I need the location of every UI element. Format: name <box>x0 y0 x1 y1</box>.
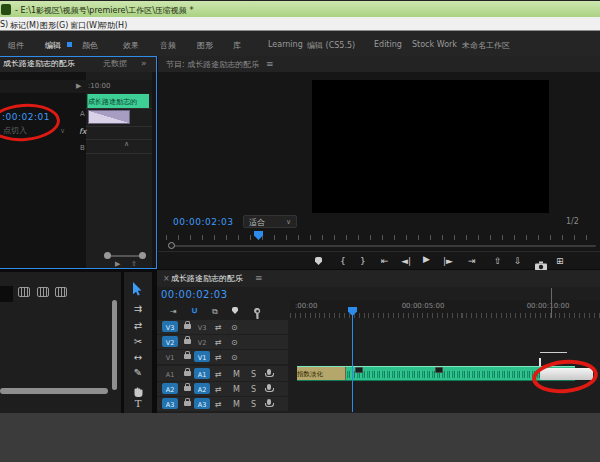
goto-in-icon[interactable]: ⇤ <box>381 256 389 266</box>
track-target-a2[interactable]: A2 <box>194 383 210 394</box>
source-patch-v3[interactable]: V3 <box>162 321 178 332</box>
source-patch-icon[interactable]: ⇥ <box>170 307 177 316</box>
mute-button[interactable]: M <box>233 370 240 379</box>
zoom-level-select[interactable]: 适合 ∨ <box>243 215 297 228</box>
program-video-frame[interactable] <box>312 80 549 213</box>
workspace-assembly[interactable]: 组件 <box>8 40 24 51</box>
timeline-timecode[interactable]: 00:00:02:03 <box>161 290 228 300</box>
expand-caret-icon[interactable]: ∧ <box>124 141 129 148</box>
lift-icon[interactable]: ⇧ <box>494 256 502 266</box>
sync-lock-icon[interactable]: ⇄ <box>215 370 222 379</box>
workspace-editing-cs55[interactable]: 编辑 (CS5.5) <box>307 40 355 51</box>
track-target-v3[interactable]: V3 <box>194 321 210 332</box>
source-timecode[interactable]: :00:02:01 <box>2 113 50 122</box>
audio-clip[interactable]: 指数淡化 <box>297 366 575 381</box>
lock-icon[interactable] <box>184 354 191 359</box>
lock-icon[interactable] <box>184 324 191 329</box>
sequence-tab-label[interactable]: 成长路途励志的配乐 <box>171 275 243 283</box>
program-timecode[interactable]: 00:00:02:03 <box>173 218 233 227</box>
mini-zoom-handle-right[interactable] <box>139 252 146 259</box>
voiceover-record-mic-icon[interactable] <box>267 399 271 405</box>
workspace-libraries[interactable]: 库 <box>233 40 241 51</box>
source-patch-v1[interactable]: V1 <box>162 351 178 362</box>
track-target-v2[interactable]: V2 <box>194 336 210 347</box>
timeline-playhead-line[interactable] <box>352 315 353 412</box>
program-tab-label[interactable]: 节目: 成长路途励志的配乐 <box>166 61 259 69</box>
mini-timeline-clip[interactable]: 成长路途励志的 <box>87 94 149 108</box>
mark-out-icon[interactable]: } <box>360 256 366 266</box>
project-horizontal-scrollbar[interactable] <box>0 388 108 394</box>
bin-icon-1[interactable] <box>18 287 30 297</box>
menu-help[interactable]: 帮助(H) <box>99 20 127 31</box>
close-tab-icon[interactable]: × <box>163 275 170 283</box>
track-target-a3[interactable]: A3 <box>194 398 210 409</box>
toggle-track-output-eye-icon[interactable]: ⊙ <box>231 338 238 347</box>
bin-icon-3[interactable] <box>55 287 67 297</box>
slip-tool-icon[interactable]: ↔ <box>131 352 145 363</box>
extract-icon[interactable]: ⇩ <box>514 256 522 266</box>
program-scrollbar[interactable] <box>172 245 596 247</box>
step-back-icon[interactable]: ◄| <box>401 257 411 266</box>
workspace-learning[interactable]: Learning <box>268 40 303 49</box>
sync-lock-icon[interactable]: ⇄ <box>215 385 222 394</box>
toggle-track-output-eye-icon[interactable]: ⊙ <box>231 353 238 362</box>
source-patch-a2[interactable]: A2 <box>162 383 178 394</box>
menu-window[interactable]: 窗口(W) <box>70 20 100 31</box>
solo-button[interactable]: S <box>251 370 256 379</box>
type-tool-icon[interactable]: T <box>131 399 145 409</box>
source-patch-a3[interactable]: A3 <box>162 398 178 409</box>
track-content-a3[interactable] <box>290 397 600 411</box>
mute-button[interactable]: M <box>233 400 240 409</box>
linked-selection-icon[interactable]: ⧉ <box>212 307 218 317</box>
track-content-v3[interactable] <box>290 320 600 334</box>
pen-tool-icon[interactable]: ✎ <box>131 367 145 378</box>
workspace-editing-en[interactable]: Editing <box>374 40 402 49</box>
sync-lock-icon[interactable]: ⇄ <box>215 323 222 332</box>
track-target-a1[interactable]: A1 <box>194 368 210 379</box>
track-select-tool-icon[interactable]: ⇉ <box>131 303 145 314</box>
mini-zoom-bar[interactable] <box>108 255 142 257</box>
workspace-stock-work[interactable]: Stock Work <box>412 40 457 49</box>
track-target-v1[interactable]: V1 <box>194 351 210 362</box>
voiceover-record-mic-icon[interactable] <box>267 384 271 390</box>
program-scrollbar-knob[interactable] <box>168 242 175 249</box>
workspace-graphics[interactable]: 图形 <box>197 40 213 51</box>
play-button-icon[interactable]: ▶ <box>423 255 430 264</box>
mini-play-icon[interactable]: ▶ <box>115 261 120 268</box>
more-panels-icon[interactable]: » <box>141 59 147 68</box>
voiceover-record-mic-icon[interactable] <box>267 369 271 375</box>
workspace-effects[interactable]: 效果 <box>123 40 139 51</box>
panel-menu-icon[interactable]: ≡ <box>255 274 263 283</box>
field-chevron-icon[interactable]: ∨ <box>60 128 65 135</box>
toggle-track-output-eye-icon[interactable]: ⊙ <box>231 323 238 332</box>
menu-graphics[interactable]: 图形(G) <box>40 20 68 31</box>
track-content-v2[interactable] <box>290 335 600 349</box>
source-patch-a1[interactable]: A1 <box>162 368 178 379</box>
workspace-audio[interactable]: 音频 <box>160 40 176 51</box>
selected-end-transition[interactable] <box>540 368 593 380</box>
mini-timeline-ruler[interactable]: ▶ :10:00 <box>0 80 152 93</box>
source-patch-v2[interactable]: V2 <box>162 336 178 347</box>
workspace-editing-active[interactable]: 编辑 <box>45 40 61 51</box>
ripple-edit-tool-icon[interactable]: ⇄ <box>131 320 145 331</box>
mini-export-icon[interactable]: ⇧ <box>131 261 137 268</box>
sync-lock-icon[interactable]: ⇄ <box>215 338 222 347</box>
mini-zoom-handle-left[interactable] <box>104 252 111 259</box>
in-point-field[interactable]: 点切入 <box>3 127 27 135</box>
snap-magnet-icon[interactable]: ∩ <box>191 306 198 316</box>
workspace-unnamed[interactable]: 未命名工作区 <box>462 40 510 51</box>
lock-icon[interactable] <box>184 339 191 344</box>
menu-sequence[interactable]: S) <box>0 20 8 29</box>
selection-tool-icon[interactable] <box>132 281 143 300</box>
mark-in-icon[interactable]: { <box>340 256 346 266</box>
solo-button[interactable]: S <box>251 385 256 394</box>
sync-lock-icon[interactable]: ⇄ <box>215 353 222 362</box>
audio-fade-ramp[interactable] <box>88 110 130 124</box>
lock-icon[interactable] <box>184 401 191 406</box>
project-item-thumbnail[interactable] <box>0 286 13 302</box>
step-forward-icon[interactable]: |► <box>443 257 453 266</box>
mute-button[interactable]: M <box>233 385 240 394</box>
solo-button[interactable]: S <box>251 400 256 409</box>
track-content-a2[interactable] <box>290 382 600 396</box>
mini-timeline-collapse-icon[interactable]: ▶ <box>76 83 81 90</box>
